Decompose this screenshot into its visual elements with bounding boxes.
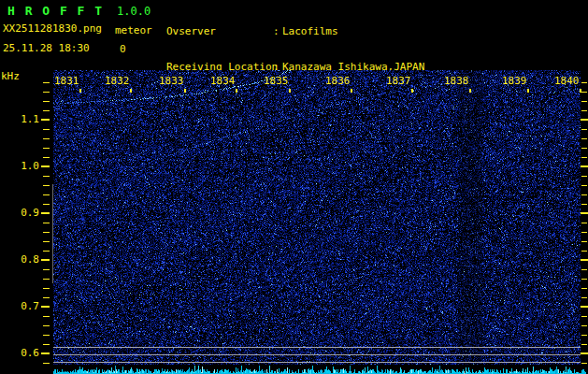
tick-mark: [581, 92, 587, 93]
freq-axis-label: 1.1: [2, 114, 39, 125]
time-axis-label: 1838: [444, 76, 469, 87]
hrofft-window: H R O F F T 1.0.0 XX2511281830.png meteo…: [0, 0, 588, 374]
tick-mark: [581, 138, 587, 139]
tick-mark: [43, 194, 50, 195]
tick-mark: [581, 101, 587, 102]
time-axis-label: 1839: [502, 76, 527, 87]
time-axis-label: 1831: [54, 76, 79, 87]
tick-mark: [43, 288, 50, 289]
tick-mark: [41, 212, 50, 214]
freq-axis-label: 0.6: [2, 348, 39, 359]
tick-mark: [43, 279, 50, 280]
tick-mark: [43, 129, 50, 130]
tick-mark: [43, 110, 50, 111]
tick-mark: [581, 176, 587, 177]
tick-mark: [41, 119, 50, 121]
tick-mark: [41, 306, 50, 308]
tick-mark: [581, 241, 587, 242]
tick-mark: [581, 185, 587, 186]
tick-mark: [43, 185, 50, 186]
signal-level-meter: [53, 365, 586, 374]
tick-mark: [43, 269, 50, 270]
calibration-line-2: [53, 354, 581, 355]
tick-mark: [581, 165, 588, 167]
time-axis-label: 1837: [386, 76, 411, 87]
tick-mark: [581, 110, 587, 111]
tick-mark: [43, 82, 50, 83]
tick-mark: [581, 297, 587, 298]
tick-mark: [43, 204, 50, 205]
tick-mark: [581, 148, 587, 149]
tick-mark: [581, 232, 587, 233]
spectrogram-canvas: [53, 70, 581, 366]
app-version: 1.0.0: [117, 5, 151, 18]
tick-mark: [581, 82, 587, 83]
tick-mark: [581, 316, 587, 317]
tick-mark: [43, 297, 50, 298]
tick-mark: [43, 344, 50, 345]
info-label: Ovserver: [166, 26, 273, 37]
tick-mark: [43, 157, 50, 158]
time-axis-label: 1835: [264, 76, 289, 87]
tick-mark: [581, 129, 587, 130]
mode-label: meteor: [115, 25, 152, 36]
tick-mark: [581, 325, 587, 326]
tick-mark: [41, 352, 50, 354]
freq-axis-unit: kHz: [1, 71, 20, 82]
tick-mark: [43, 101, 50, 102]
tick-mark: [43, 325, 50, 326]
tick-mark: [581, 279, 587, 280]
tick-mark: [43, 176, 50, 177]
time-axis-label: 1832: [105, 76, 130, 87]
tick-mark: [43, 223, 50, 223]
plot-left-edge-line: [52, 184, 53, 283]
tick-mark: [43, 92, 50, 93]
tick-mark: [581, 212, 588, 214]
tick-mark: [581, 269, 587, 270]
tick-mark: [581, 223, 587, 223]
tick-mark: [43, 148, 50, 149]
tick-mark: [41, 165, 50, 167]
freq-axis-label: 1.0: [2, 161, 39, 172]
tick-mark: [43, 251, 50, 252]
tick-mark: [581, 352, 588, 354]
tick-mark: [581, 363, 587, 364]
freq-axis-label: 0.9: [2, 208, 39, 219]
tick-mark: [43, 363, 50, 364]
tick-mark: [43, 232, 50, 233]
freq-axis-label: 0.7: [2, 301, 39, 312]
tick-mark: [581, 335, 587, 336]
datetime-label: 25.11.28 18:30: [3, 43, 90, 54]
tick-mark: [41, 259, 50, 261]
info-value: Lacofilms: [282, 26, 338, 37]
tick-mark: [581, 251, 587, 252]
tick-mark: [43, 138, 50, 139]
tick-mark: [581, 259, 588, 261]
tick-mark: [581, 119, 588, 121]
freq-axis-label: 0.8: [2, 254, 39, 266]
tick-mark: [581, 157, 587, 158]
app-title: H R O F F T: [7, 4, 104, 18]
tick-mark: [43, 335, 50, 336]
tick-mark: [581, 194, 587, 195]
time-axis-label: 1836: [325, 76, 351, 87]
tick-mark: [581, 204, 587, 205]
time-axis-label: 1834: [210, 76, 236, 87]
tick-mark: [581, 288, 587, 289]
tick-mark: [43, 241, 50, 242]
calibration-line-1: [53, 347, 581, 348]
time-axis-label: 1840: [554, 76, 580, 87]
tick-mark: [581, 344, 587, 345]
time-axis-label: 1833: [159, 76, 184, 87]
tick-mark: [43, 316, 50, 317]
tick-mark: [581, 306, 588, 308]
output-filename: XX2511281830.png: [3, 23, 102, 35]
info-row-observer: Ovserver:Lacofilms: [166, 26, 424, 39]
meteor-count: 0: [120, 44, 126, 55]
calibration-line-3: [53, 362, 581, 363]
